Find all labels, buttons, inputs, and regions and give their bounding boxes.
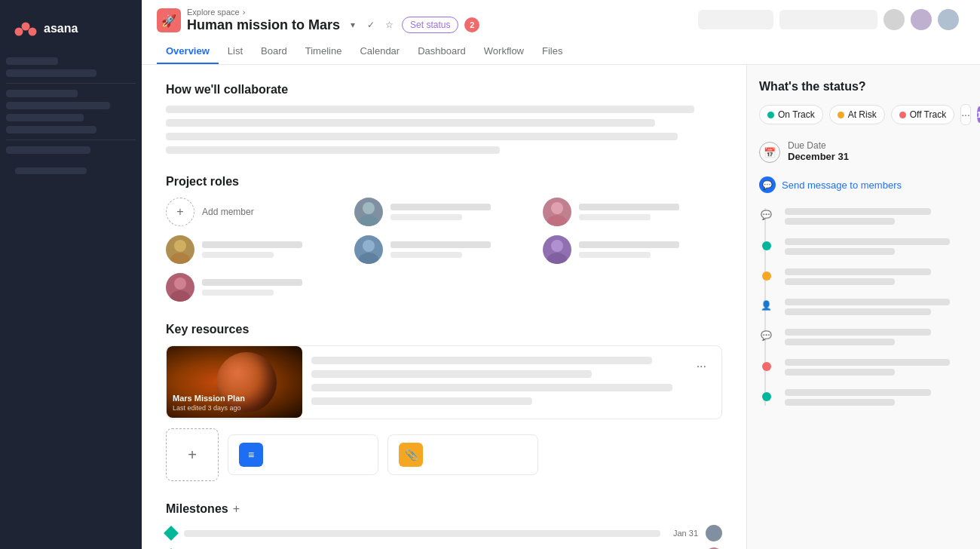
timeline-dot-yellow [762,271,771,281]
resources-title: Key resources [166,323,722,336]
chevron-down-icon[interactable]: ▾ [346,18,360,32]
status-buttons: On Track At Risk Off Track ··· 1 [759,104,968,125]
role-info-3 [202,241,345,258]
notifications-badge[interactable]: 2 [464,17,479,32]
project-title-row: Human mission to Mars ▾ ✓ ☆ Set status 2 [187,17,479,33]
role-name-3 [202,241,302,248]
at-risk-button[interactable]: At Risk [829,105,885,124]
timeline-item-person: 👤 [771,299,968,315]
collab-line-1 [166,106,694,113]
timeline-dot-green-2 [762,392,771,401]
doc-icon: ≡ [239,443,263,467]
svg-point-10 [359,253,378,264]
content-layout: How we'll collaborate Project roles + Ad… [142,65,980,549]
title-icons: ▾ ✓ ☆ [346,18,396,32]
project-header: 🚀 Explore space › Human mission to Mars … [157,0,479,39]
mars-text: Mars Mission Plan Last edited 3 days ago [173,394,245,412]
send-message-link[interactable]: 💬 Send message to members [759,176,968,193]
svg-point-7 [174,240,186,252]
tab-dashboard[interactable]: Dashboard [409,39,475,64]
mars-resource-card[interactable]: Mars Mission Plan Last edited 3 days ago [167,346,302,418]
send-message-label: Send message to members [782,179,902,191]
calendar-icon: 📅 [759,142,780,163]
role-subtitle-3 [202,252,274,258]
filter-bar[interactable] [779,10,877,29]
svg-point-2 [29,28,37,36]
tl-line-2 [785,218,895,225]
tl-line-11 [785,359,950,366]
add-milestone-button[interactable]: + [233,502,240,516]
right-panel: What's the status? On Track At Risk Off … [746,65,980,549]
role-avatar-3 [166,235,194,264]
role-subtitle-6 [202,290,274,296]
mars-background: Mars Mission Plan Last edited 3 days ago [167,346,302,418]
mars-card-title: Mars Mission Plan [173,394,245,403]
search-bar[interactable] [698,10,773,29]
due-date-row: 📅 Due Date December 31 [759,140,968,163]
tab-overview[interactable]: Overview [157,39,219,64]
sidebar-item[interactable] [6,57,58,65]
tl-line-12 [785,369,895,376]
star-icon[interactable]: ☆ [382,18,396,32]
svg-point-11 [551,240,563,252]
resource-attachment-card[interactable]: 📎 [387,434,538,475]
at-risk-dot [838,112,844,118]
tab-board[interactable]: Board [252,39,296,64]
sidebar-item[interactable] [6,126,96,133]
tab-calendar[interactable]: Calendar [351,39,409,64]
main-content: How we'll collaborate Project roles + Ad… [142,65,746,549]
tab-timeline[interactable]: Timeline [296,39,351,64]
sidebar-item[interactable] [6,69,96,77]
due-date-label: Due Date [788,140,849,151]
project-icon: 🚀 [157,8,181,32]
add-resource-button[interactable]: + [166,428,219,481]
tl-line-4 [785,248,895,255]
collab-line-3 [166,133,678,140]
resources-section: Key resources Mars Mission Plan Last edi… [166,323,722,481]
set-status-label: Set status [410,20,450,30]
tl-line-1 [785,208,931,215]
svg-point-4 [359,215,378,226]
off-track-button[interactable]: Off Track [891,105,954,124]
more-status-button[interactable]: ··· [960,104,971,125]
tab-list[interactable]: List [219,39,252,64]
asana-logo-icon [12,15,39,42]
tl-line-5 [785,268,931,275]
role-avatar-2 [543,198,571,226]
breadcrumb: Explore space › [187,8,479,17]
main-area: 🚀 Explore space › Human mission to Mars … [142,0,980,549]
tl-line-8 [785,308,931,315]
role-name-5 [579,241,679,248]
add-member-button[interactable]: + [166,198,194,226]
sidebar-item[interactable] [6,114,84,121]
due-date-info: Due Date December 31 [788,140,849,162]
avatar-3 [938,9,959,30]
role-name-1 [390,204,491,210]
role-item-3 [166,235,345,264]
tab-files[interactable]: Files [533,39,571,64]
collab-line-2 [166,119,655,127]
role-info-4 [390,241,534,258]
set-status-button[interactable]: Set status [402,17,458,33]
on-track-button[interactable]: On Track [759,105,823,124]
role-item-5 [543,235,722,264]
sidebar-item[interactable] [6,90,78,97]
svg-point-1 [15,28,23,36]
sidebar-item[interactable] [6,146,90,154]
milestones-title: Milestones [166,502,228,516]
resource-menu-icon[interactable]: ··· [697,360,706,373]
role-info-6 [202,279,345,296]
at-risk-label: At Risk [848,109,877,120]
add-member-item[interactable]: + Add member [166,198,345,226]
tl-line-10 [785,339,895,345]
role-subtitle-4 [390,252,462,258]
sidebar-item[interactable] [6,102,110,109]
svg-point-3 [363,202,375,214]
resource-doc-card[interactable]: ≡ [228,434,378,475]
off-track-label: Off Track [910,109,946,120]
message-bubble-icon: 💬 [759,176,776,193]
tab-workflow[interactable]: Workflow [475,39,533,64]
role-name-4 [390,241,491,248]
milestone-date-1: Jan 31 [668,529,698,538]
breadcrumb-arrow-icon: › [243,8,246,17]
